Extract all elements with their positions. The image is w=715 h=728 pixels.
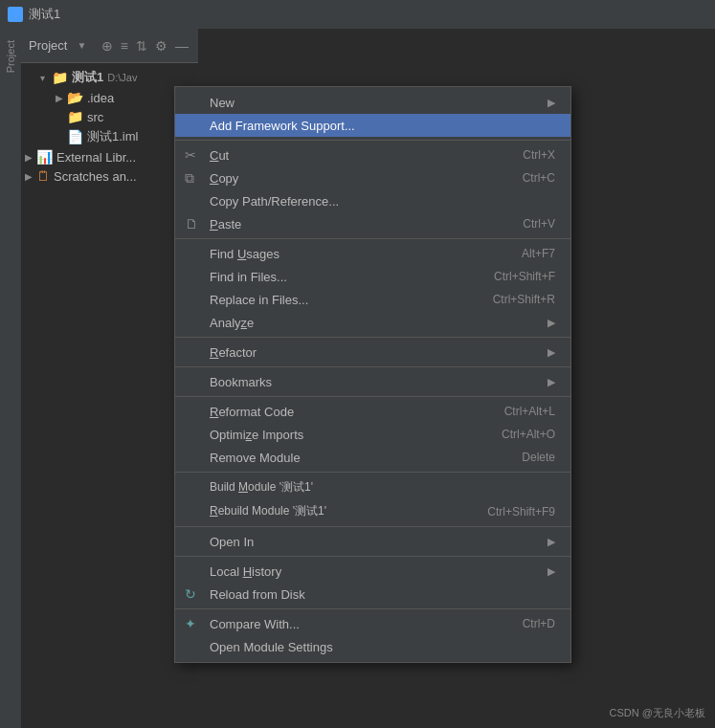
tree-item-external-libs[interactable]: ▶ 📊 External Libr... [21, 147, 198, 166]
menu-arrow-local-history: ▶ [547, 565, 555, 578]
copy-icon: ⧉ [185, 170, 194, 187]
window-title: 测试1 [29, 6, 60, 23]
menu-item-analyze[interactable]: Analyze ▶ [175, 311, 570, 334]
menu-label-open-module-settings: Open Module Settings [210, 640, 555, 654]
replace-in-files-shortcut: Ctrl+Shift+R [493, 293, 555, 306]
tree-item-scratches[interactable]: ▶ 🗒 Scratches an... [21, 166, 198, 186]
panel-title: Project [29, 38, 67, 53]
menu-item-rebuild-module[interactable]: Rebuild Module '测试1' Ctrl+Shift+F9 [175, 499, 570, 523]
tree-area: ▾ 📁 测试1 D:\Jav ▶ 📂 .idea ▶ 📁 src [21, 63, 198, 728]
toolbar-icon-minimize[interactable]: — [173, 36, 190, 55]
panel-dropdown-arrow[interactable]: ▼ [77, 40, 86, 51]
project-panel: Project ▼ ⊕ ≡ ⇅ ⚙ — ▾ 📁 测试1 D:\Jav [21, 29, 198, 728]
menu-item-add-framework[interactable]: Add Framework Support... [175, 114, 570, 137]
copy-shortcut: Ctrl+C [523, 171, 555, 185]
menu-label-find-in-files: Find in Files... [210, 270, 475, 284]
menu-item-replace-in-files[interactable]: Replace in Files... Ctrl+Shift+R [175, 288, 570, 311]
panel-toolbar: Project ▼ ⊕ ≡ ⇅ ⚙ — [21, 29, 198, 63]
menu-label-compare-with: Compare With... [210, 617, 503, 631]
compare-with-shortcut: Ctrl+D [523, 617, 555, 630]
menu-label-remove-module: Remove Module [210, 451, 503, 465]
menu-item-cut[interactable]: ✂ Cut Ctrl+X [175, 143, 570, 166]
menu-label-local-history: Local History [210, 564, 544, 579]
menu-item-local-history[interactable]: Local History ▶ [175, 560, 570, 583]
menu-item-optimize-imports[interactable]: Optimize Imports Ctrl+Alt+O [175, 423, 570, 446]
paste-shortcut: Ctrl+V [523, 217, 555, 231]
menu-label-refactor: Refactor [210, 345, 544, 360]
menu-label-new: New [210, 96, 544, 110]
menu-item-remove-module[interactable]: Remove Module Delete [175, 446, 570, 469]
menu-item-refactor[interactable]: Refactor ▶ [175, 341, 570, 364]
toolbar-icon-scope[interactable]: ⊕ [100, 36, 115, 55]
menu-item-compare-with[interactable]: ✦ Compare With... Ctrl+D [175, 612, 570, 635]
left-strip: Project [0, 29, 21, 728]
src-folder-icon: 📁 [67, 109, 83, 124]
reload-icon: ↻ [185, 586, 196, 602]
menu-label-cut: Cut [210, 148, 503, 163]
find-usages-shortcut: Alt+F7 [522, 247, 555, 260]
separator-6 [175, 472, 570, 473]
menu-label-reformat-code: Reformat Code [210, 405, 485, 419]
menu-item-paste[interactable]: 🗋 Paste Ctrl+V [175, 212, 570, 235]
tree-label-scratches: Scratches an... [54, 169, 137, 184]
menu-arrow-analyze: ▶ [547, 317, 555, 329]
watermark: CSDN @无良小老板 [610, 706, 705, 720]
tree-label-idea: .idea [87, 91, 114, 105]
menu-label-copy: Copy [210, 171, 503, 186]
rebuild-module-shortcut: Ctrl+Shift+F9 [487, 505, 555, 518]
menu-item-copy-path[interactable]: Copy Path/Reference... [175, 189, 570, 212]
tree-path-root: D:\Jav [107, 72, 137, 83]
tree-label-external-libs: External Libr... [56, 150, 136, 165]
menu-arrow-refactor: ▶ [547, 346, 555, 359]
toolbar-icon-collapse[interactable]: ≡ [119, 36, 130, 55]
toolbar-icon-settings[interactable]: ⚙ [153, 36, 169, 55]
menu-item-find-usages[interactable]: Find Usages Alt+F7 [175, 242, 570, 265]
menu-item-reformat-code[interactable]: Reformat Code Ctrl+Alt+L [175, 400, 570, 423]
menu-item-new[interactable]: New ▶ [175, 91, 570, 114]
tree-item-src[interactable]: ▶ 📁 src [21, 107, 198, 126]
menu-label-find-usages: Find Usages [210, 247, 503, 261]
menu-item-open-in[interactable]: Open In ▶ [175, 530, 570, 553]
menu-label-reload-from-disk: Reload from Disk [210, 587, 555, 602]
paste-icon: 🗋 [185, 216, 198, 232]
separator-7 [175, 526, 570, 527]
tree-label-src: src [87, 110, 103, 124]
watermark-text: CSDN @无良小老板 [610, 707, 705, 718]
tree-label-iml: 测试1.iml [87, 128, 138, 145]
menu-item-build-module[interactable]: Build Module '测试1' [175, 475, 570, 499]
toolbar-icons: ⊕ ≡ ⇅ ⚙ — [100, 36, 190, 55]
cut-shortcut: Ctrl+X [523, 148, 555, 162]
separator-5 [175, 396, 570, 397]
remove-module-shortcut: Delete [522, 451, 555, 464]
menu-label-bookmarks: Bookmarks [210, 375, 544, 389]
menu-item-open-module-settings[interactable]: Open Module Settings [175, 635, 570, 658]
tree-item-iml[interactable]: ▶ 📄 测试1.iml [21, 126, 198, 147]
menu-item-find-in-files[interactable]: Find in Files... Ctrl+Shift+F [175, 265, 570, 288]
menu-label-add-framework: Add Framework Support... [210, 119, 555, 133]
project-tab[interactable]: Project [3, 33, 18, 80]
reformat-code-shortcut: Ctrl+Alt+L [504, 405, 555, 418]
idea-folder-icon: 📂 [67, 90, 83, 105]
menu-arrow-new: ▶ [547, 97, 555, 109]
separator-1 [175, 140, 570, 141]
ide-area: Project Project ▼ ⊕ ≡ ⇅ ⚙ — ▾ 📁 测试1 D:\J… [0, 29, 715, 728]
tree-item-idea[interactable]: ▶ 📂 .idea [21, 88, 198, 107]
menu-item-bookmarks[interactable]: Bookmarks ▶ [175, 370, 570, 393]
separator-4 [175, 366, 570, 367]
menu-label-paste: Paste [210, 217, 503, 232]
menu-item-reload-from-disk[interactable]: ↻ Reload from Disk [175, 583, 570, 606]
title-bar: 测试1 [0, 0, 715, 29]
scratches-icon: 🗒 [36, 168, 50, 184]
toolbar-icon-sort[interactable]: ⇅ [134, 36, 149, 55]
separator-2 [175, 238, 570, 239]
menu-item-copy[interactable]: ⧉ Copy Ctrl+C [175, 166, 570, 189]
menu-label-optimize-imports: Optimize Imports [210, 428, 482, 442]
context-menu: New ▶ Add Framework Support... ✂ Cut Ctr… [174, 86, 571, 663]
tree-item-root[interactable]: ▾ 📁 测试1 D:\Jav [21, 67, 198, 88]
menu-label-replace-in-files: Replace in Files... [210, 293, 474, 307]
menu-arrow-bookmarks: ▶ [547, 376, 555, 388]
app-icon [8, 7, 23, 22]
project-folder-icon: 📁 [52, 70, 68, 85]
menu-label-analyze: Analyze [210, 316, 544, 330]
menu-label-open-in: Open In [210, 535, 544, 549]
